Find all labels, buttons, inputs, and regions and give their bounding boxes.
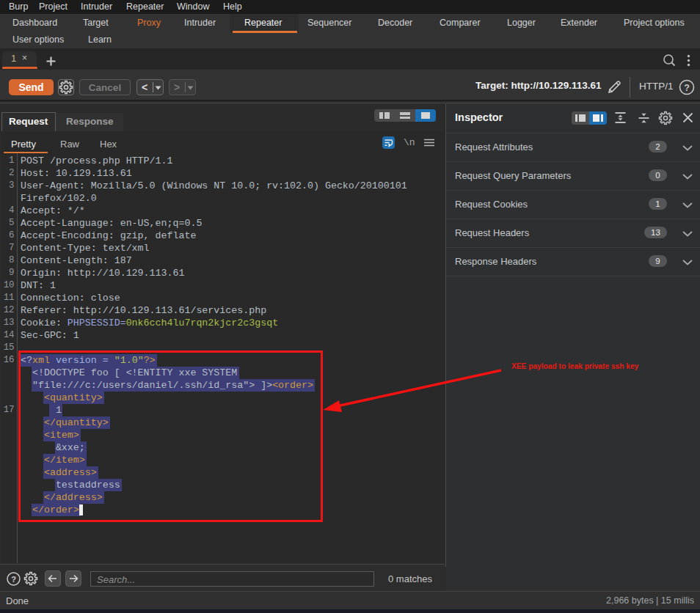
svg-text:?: ? (684, 83, 690, 93)
svg-text:?: ? (11, 575, 16, 584)
